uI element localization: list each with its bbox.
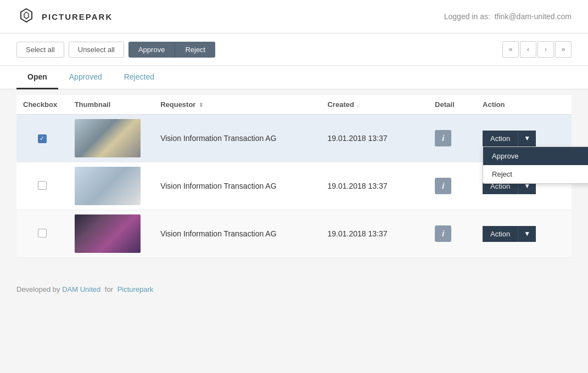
reject-button[interactable]: Reject: [175, 42, 215, 58]
logo-area: PICTUREPARK: [16, 7, 113, 26]
tabs: Open Approved Rejected: [0, 66, 588, 89]
footer-for-text: for: [105, 285, 113, 293]
row-3-created-cell: 19.01.2018 13:37: [321, 210, 428, 258]
row-2-requestor: Vision Information Transaction AG: [160, 182, 276, 190]
logged-in-info: Logged in as: tfink@dam-united.com: [444, 12, 572, 21]
logged-in-user: tfink@dam-united.com: [495, 12, 572, 21]
row-2-info-button[interactable]: i: [435, 178, 451, 194]
main-content: Checkbox Thumbnail Requestor ⇕ Created ↓…: [0, 95, 588, 274]
tab-rejected[interactable]: Rejected: [113, 66, 165, 89]
row-3-checkbox-cell: [16, 210, 68, 258]
row-1-checkbox-cell: [16, 115, 68, 162]
header: PICTUREPARK Logged in as: tfink@dam-unit…: [0, 0, 588, 33]
col-header-detail: Detail: [428, 95, 476, 115]
row-1-action-group: Action ▼ Approve Reject: [483, 131, 565, 146]
row-1-thumbnail-cell: [68, 115, 154, 162]
footer-dam-united-link[interactable]: DAM United: [62, 285, 100, 293]
row-3-checkbox[interactable]: [38, 229, 47, 238]
row-2-requestor-cell: Vision Information Transaction AG: [154, 162, 321, 210]
table-row: Vision Information Transaction AG 19.01.…: [16, 115, 572, 162]
row-3-info-button[interactable]: i: [435, 225, 451, 242]
row-2-thumbnail-cell: [68, 162, 154, 210]
row-3-action-group: Action ▼: [483, 226, 565, 242]
created-sort-icon: ↓: [357, 102, 360, 108]
data-table: Checkbox Thumbnail Requestor ⇕ Created ↓…: [16, 95, 572, 258]
col-header-thumbnail: Thumbnail: [68, 95, 154, 115]
row-2-created: 19.01.2018 13:37: [327, 182, 387, 190]
thumb-1-figure: [75, 119, 141, 157]
col-header-checkbox: Checkbox: [16, 95, 68, 115]
row-3-thumbnail-cell: [68, 210, 154, 258]
requestor-sort-icon: ⇕: [199, 102, 203, 108]
select-all-button[interactable]: Select all: [16, 42, 64, 58]
row-3-detail-cell: i: [428, 210, 476, 258]
footer-developed-by: Developed by: [16, 285, 60, 293]
row-3-thumbnail: [75, 214, 141, 253]
row-1-dropdown-reject[interactable]: Reject: [483, 165, 588, 183]
approve-reject-group: Approve Reject: [128, 42, 215, 58]
picturepark-logo-icon: [16, 7, 36, 26]
col-header-created[interactable]: Created ↓: [321, 95, 428, 115]
row-1-checkbox[interactable]: [38, 134, 47, 143]
pagination: « ‹ › »: [502, 41, 572, 58]
row-1-requestor-cell: Vision Information Transaction AG: [154, 115, 321, 162]
table-header: Checkbox Thumbnail Requestor ⇕ Created ↓…: [16, 95, 572, 115]
row-1-requestor: Vision Information Transaction AG: [160, 134, 276, 143]
logged-in-label: Logged in as:: [444, 12, 490, 21]
row-1-action-caret-button[interactable]: ▼: [518, 131, 536, 146]
row-2-thumbnail: [75, 167, 141, 205]
row-1-action-main-button[interactable]: Action: [483, 131, 518, 146]
row-2-checkbox-cell: [16, 162, 68, 210]
logo-text: PICTUREPARK: [42, 12, 113, 21]
row-3-action-main-button[interactable]: Action: [483, 226, 518, 242]
footer-picturepark-link[interactable]: Picturepark: [117, 285, 154, 293]
toolbar: Select all Unselect all Approve Reject «…: [0, 33, 588, 66]
row-1-dropdown-menu: Approve Reject: [483, 146, 588, 184]
table-row: Vision Information Transaction AG 19.01.…: [16, 210, 572, 258]
col-header-requestor[interactable]: Requestor ⇕: [154, 95, 321, 115]
unselect-all-button[interactable]: Unselect all: [69, 42, 124, 58]
row-2-detail-cell: i: [428, 162, 476, 210]
pagination-first-button[interactable]: «: [502, 41, 519, 58]
table-body: Vision Information Transaction AG 19.01.…: [16, 115, 572, 258]
approve-button[interactable]: Approve: [128, 42, 175, 58]
tab-open[interactable]: Open: [16, 66, 58, 89]
footer: Developed by DAM United for Picturepark: [0, 274, 588, 304]
row-1-detail-cell: i: [428, 115, 476, 162]
row-3-action-caret-button[interactable]: ▼: [518, 226, 536, 242]
row-2-created-cell: 19.01.2018 13:37: [321, 162, 428, 210]
pagination-next-button[interactable]: ›: [537, 41, 554, 58]
row-1-action-cell: Action ▼ Approve Reject: [476, 115, 572, 162]
pagination-last-button[interactable]: »: [555, 41, 572, 58]
row-3-created: 19.01.2018 13:37: [327, 229, 387, 238]
row-1-thumbnail: [75, 119, 141, 157]
row-2-checkbox[interactable]: [38, 181, 47, 190]
row-3-requestor: Vision Information Transaction AG: [160, 229, 276, 238]
col-header-action: Action: [476, 95, 572, 115]
row-3-requestor-cell: Vision Information Transaction AG: [154, 210, 321, 258]
row-1-created-cell: 19.01.2018 13:37: [321, 115, 428, 162]
row-3-action-cell: Action ▼: [476, 210, 572, 258]
tab-approved[interactable]: Approved: [58, 66, 113, 89]
row-1-info-button[interactable]: i: [435, 130, 451, 146]
row-1-created: 19.01.2018 13:37: [327, 134, 387, 143]
toolbar-left: Select all Unselect all Approve Reject: [16, 42, 215, 58]
pagination-prev-button[interactable]: ‹: [520, 41, 536, 58]
row-1-dropdown-approve[interactable]: Approve: [483, 147, 588, 165]
